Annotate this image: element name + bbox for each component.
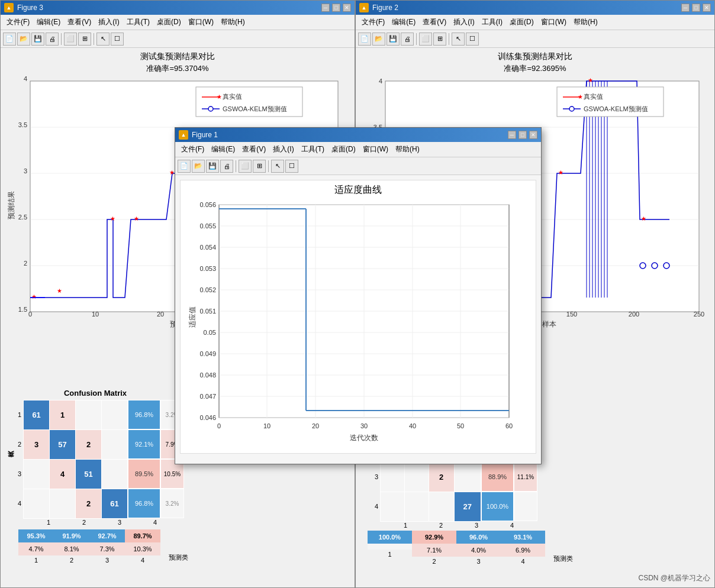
figure1-restore[interactable]: □ <box>518 131 527 139</box>
fig2-tb-brush[interactable]: ☐ <box>466 33 479 46</box>
fig1-menu-desktop[interactable]: 桌面(D) <box>328 143 359 156</box>
figure1-controls[interactable]: ─ □ ✕ <box>508 131 537 139</box>
fig3-tb-save[interactable]: 💾 <box>31 33 44 46</box>
svg-text:20: 20 <box>312 422 319 429</box>
fig3-tb-zoom[interactable]: ⬜ <box>64 33 77 46</box>
fig3-menu-desktop[interactable]: 桌面(D) <box>153 16 185 28</box>
fig2-tb-open[interactable]: 📂 <box>372 33 385 46</box>
fig2-menu-desktop[interactable]: 桌面(D) <box>506 16 537 28</box>
fig3-cm-right-pct: 96.8% 92.1% 89.5% 96.8% <box>128 400 160 518</box>
svg-text:1.5: 1.5 <box>18 306 27 313</box>
figure2-icon: ▲ <box>359 3 369 12</box>
fig1-menu-help[interactable]: 帮助(H) <box>392 143 423 156</box>
fig3-pct-col4-bad: 10.3% <box>125 542 160 555</box>
fig3-menu-edit[interactable]: 编辑(E) <box>33 16 64 28</box>
fig2-tb-new[interactable]: 📄 <box>358 33 371 46</box>
fig3-menu-tools[interactable]: 工具(T) <box>123 16 153 28</box>
fig2-cm-44: 27 <box>454 492 481 522</box>
figure2-controls[interactable]: ─ □ ✕ <box>681 4 711 12</box>
figure1-toolbar: 📄 📂 💾 🖨 ⬜ ⊞ ↖ ☐ <box>175 157 541 175</box>
svg-text:★: ★ <box>558 169 563 176</box>
fig1-tb-save[interactable]: 💾 <box>206 160 219 173</box>
fig3-tb-cursor[interactable]: ↖ <box>96 33 109 46</box>
fig1-menu-tools[interactable]: 工具(T) <box>298 143 328 156</box>
fig3-tb-print[interactable]: 🖨 <box>46 33 59 46</box>
svg-text:50: 50 <box>457 422 464 429</box>
fig3-menu-insert[interactable]: 插入(I) <box>95 16 123 28</box>
fig1-menu-edit[interactable]: 编辑(E) <box>208 143 239 156</box>
fig2-menu-file[interactable]: 文件(F) <box>358 16 388 28</box>
cm-cell-23: 2 <box>76 430 102 460</box>
fig2-menu-window[interactable]: 窗口(W) <box>537 16 570 28</box>
fig2-cm-32 <box>404 463 429 492</box>
fig3-menu-window[interactable]: 窗口(W) <box>185 16 217 28</box>
svg-point-28 <box>208 106 213 111</box>
figure3-close[interactable]: ✕ <box>343 4 351 12</box>
fig1-tb-grid[interactable]: ⊞ <box>253 160 266 173</box>
figure2-restore[interactable]: □ <box>692 4 700 12</box>
fig2-menu-help[interactable]: 帮助(H) <box>570 16 601 28</box>
fig1-chart-title: 适应度曲线 <box>186 184 530 196</box>
fig3-tb-open[interactable]: 📂 <box>17 33 30 46</box>
figure3-minimize[interactable]: ─ <box>321 4 330 12</box>
svg-text:★: ★ <box>641 215 646 222</box>
fig2-chart-subtitle: 准确率=92.3695% <box>356 63 714 74</box>
fig1-menu-file[interactable]: 文件(F) <box>178 143 208 156</box>
fig3-chart-subtitle: 准确率=95.3704% <box>1 63 355 74</box>
fig1-tb-zoom[interactable]: ⬜ <box>239 160 252 173</box>
fig3-cm-rows: 1 2 3 4 61 1 3 57 <box>18 400 184 519</box>
fig3-tb-new[interactable]: 📄 <box>3 33 16 46</box>
fig3-menu-file[interactable]: 文件(F) <box>3 16 33 28</box>
figure2-minimize[interactable]: ─ <box>681 4 690 12</box>
figure3-icon: ▲ <box>4 3 14 12</box>
fig2-xaxis-label: 预测类 <box>545 531 581 565</box>
fig2-col-labels: 1 2 3 4 <box>388 522 537 529</box>
fig2-tb-sep2 <box>449 33 449 45</box>
svg-text:0.053: 0.053 <box>199 265 216 272</box>
fig3-tb-brush[interactable]: ☐ <box>111 33 124 46</box>
fig2-tb-save[interactable]: 💾 <box>387 33 400 46</box>
figure1-close[interactable]: ✕ <box>529 131 537 139</box>
fig1-tb-cursor[interactable]: ↖ <box>271 160 284 173</box>
fig1-menu-window[interactable]: 窗口(W) <box>359 143 392 156</box>
svg-text:20: 20 <box>157 311 164 318</box>
fig2-tb-grid[interactable]: ⊞ <box>433 33 446 46</box>
svg-point-70 <box>640 263 646 269</box>
fig1-tb-sep2 <box>268 160 269 172</box>
fig3-tb-grid[interactable]: ⊞ <box>78 33 91 46</box>
figure1-minimize[interactable]: ─ <box>508 131 516 139</box>
svg-text:10: 10 <box>92 311 99 318</box>
fig2-chart-title: 训练集预测结果对比 <box>356 51 714 62</box>
fig2-cm-43 <box>429 492 454 522</box>
svg-text:2.5: 2.5 <box>18 214 27 221</box>
fig2-tb-cursor[interactable]: ↖ <box>452 33 465 46</box>
svg-text:★: ★ <box>578 93 583 100</box>
cm-cell-12: 1 <box>50 400 76 430</box>
figure2-close[interactable]: ✕ <box>703 4 711 12</box>
fig3-cm-content: 1 2 3 4 61 1 3 57 <box>18 400 184 526</box>
cm-cell-34 <box>102 460 128 489</box>
fig2-pct-c4-bad: 6.9% <box>501 544 545 557</box>
fig1-tb-brush[interactable]: ☐ <box>285 160 298 173</box>
fig1-tb-print[interactable]: 🖨 <box>220 160 233 173</box>
svg-text:0.052: 0.052 <box>199 286 216 293</box>
fig2-cm-34 <box>454 463 481 492</box>
fig3-menu-view[interactable]: 查看(V) <box>64 16 95 28</box>
fig2-tb-zoom[interactable]: ⬜ <box>419 33 432 46</box>
figure3-controls[interactable]: ─ □ ✕ <box>321 4 351 12</box>
fig2-menu-edit[interactable]: 编辑(E) <box>388 16 419 28</box>
figure2-titlebar: ▲ Figure 2 ─ □ ✕ <box>356 1 714 15</box>
figure3-restore[interactable]: □ <box>332 4 340 12</box>
fig1-menu-insert[interactable]: 插入(I) <box>269 143 297 156</box>
fig1-tb-open[interactable]: 📂 <box>192 160 205 173</box>
cm-cell-31 <box>24 460 50 489</box>
fig2-menu-tools[interactable]: 工具(I) <box>478 16 506 28</box>
fig2-tb-print[interactable]: 🖨 <box>401 33 414 46</box>
fig2-pct-c4-good: 93.1% <box>501 531 545 544</box>
fig1-menu-view[interactable]: 查看(V) <box>239 143 269 156</box>
fig2-pct-c3-good: 96.0% <box>456 531 501 544</box>
fig3-menu-help[interactable]: 帮助(H) <box>217 16 249 28</box>
fig1-tb-new[interactable]: 📄 <box>178 160 191 173</box>
fig2-menu-insert[interactable]: 插入(I) <box>450 16 478 28</box>
fig2-menu-view[interactable]: 查看(V) <box>419 16 450 28</box>
